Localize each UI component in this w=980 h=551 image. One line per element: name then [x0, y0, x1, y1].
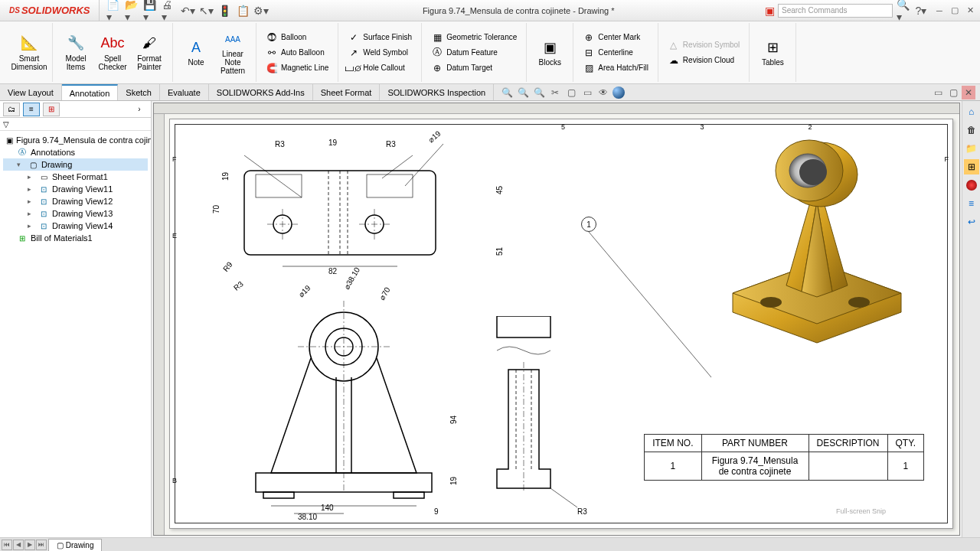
magnetic-line-button[interactable]: 🧲Magnetic Line	[264, 61, 330, 75]
dim-r3b[interactable]: R3	[386, 140, 396, 148]
tree-tab-config[interactable]: ⊞	[43, 103, 60, 116]
doc-min-icon[interactable]: ▭	[931, 86, 945, 99]
settings-button[interactable]: ⚙▾	[253, 2, 270, 19]
dim-phi19b[interactable]: ⌀19	[297, 284, 312, 299]
smart-dimension-button[interactable]: 📐Smart Dimension	[11, 33, 47, 73]
balloon-button[interactable]: ⓵Balloon	[264, 31, 330, 44]
help-button[interactable]: ?▾	[913, 2, 929, 19]
dim-51[interactable]: 51	[495, 247, 504, 256]
undo-button[interactable]: ↶▾	[179, 2, 196, 19]
tree-view13[interactable]: ▸⊡Drawing View13	[3, 207, 148, 220]
filter-icon[interactable]: ▽	[3, 120, 9, 129]
spell-checker-button[interactable]: AbcSpell Checker	[94, 33, 131, 73]
zoom-fit-icon[interactable]: 🔍	[500, 86, 514, 99]
sheet-tab-drawing[interactable]: ▢ Drawing	[48, 539, 102, 551]
drawing-canvas[interactable]: 5 3 2 F E B F	[153, 103, 960, 536]
tree-expand-icon[interactable]: ›	[131, 103, 148, 116]
dim-r3[interactable]: R3	[275, 140, 285, 148]
custom-props-icon[interactable]: ≡	[964, 196, 979, 211]
dim-9[interactable]: 9	[434, 507, 439, 516]
minimize-button[interactable]: ─	[933, 5, 946, 17]
dim-v19[interactable]: 19	[221, 172, 230, 181]
datum-feature-button[interactable]: ⒶDatum Feature	[430, 46, 518, 60]
bom-cell-qty[interactable]: 1	[887, 452, 923, 481]
print-button[interactable]: 🖨▾	[161, 2, 178, 19]
geo-tolerance-button[interactable]: ▦Geometric Tolerance	[430, 31, 518, 44]
blocks-button[interactable]: ▣Blocks	[531, 37, 568, 68]
top-view[interactable]	[206, 132, 482, 285]
search-icon[interactable]: 🔍▾	[896, 2, 913, 19]
bill-of-materials-table[interactable]: ITEM NO. PART NUMBER DESCRIPTION QTY. 1 …	[644, 434, 924, 481]
centerline-button[interactable]: ⊟Centerline	[581, 46, 650, 60]
tab-sheet-format[interactable]: Sheet Format	[313, 84, 381, 100]
format-painter-button[interactable]: 🖌Format Painter	[131, 33, 168, 73]
expand-icon[interactable]: ▸	[28, 210, 35, 217]
note-button[interactable]: ANote	[178, 37, 214, 68]
view-palette-icon[interactable]: ⊞	[964, 159, 979, 174]
expand-icon[interactable]: ▸	[28, 185, 35, 193]
maximize-button[interactable]: ▢	[948, 5, 962, 17]
view-settings-icon[interactable]: 👁	[596, 86, 610, 99]
zoom-area-icon[interactable]: 🔍	[516, 86, 530, 99]
model-items-button[interactable]: 🔧Model Items	[57, 33, 94, 73]
next-sheet-icon[interactable]: ▶	[24, 540, 35, 550]
doc-max-icon[interactable]: ▢	[946, 86, 960, 99]
auto-balloon-button[interactable]: ⚯Auto Balloon	[264, 46, 330, 60]
isometric-3d-view[interactable]	[717, 132, 916, 347]
tab-sketch[interactable]: Sketch	[118, 84, 160, 100]
tree-tab-property[interactable]: ≡	[23, 103, 40, 116]
dim-94[interactable]: 94	[449, 416, 458, 424]
feature-tree[interactable]: ▣Figura 9.74_Mensula de contra cojin ⒶAn…	[0, 131, 151, 247]
linear-note-button[interactable]: AAALinear Note Pattern	[214, 28, 251, 77]
expand-icon[interactable]: ▸	[28, 173, 35, 181]
tables-button[interactable]: ⊞Tables	[754, 37, 791, 68]
options-button[interactable]: 📋	[234, 2, 251, 19]
drawing-sheet[interactable]: 5 3 2 F E B F	[169, 119, 953, 529]
bom-header-desc[interactable]: DESCRIPTION	[808, 435, 887, 452]
tree-view14[interactable]: ▸⊡Drawing View14	[3, 220, 148, 232]
bom-cell-item[interactable]: 1	[645, 452, 701, 481]
tree-tab-feature[interactable]: 🗂	[3, 103, 20, 116]
library-icon[interactable]: 📁	[964, 141, 979, 156]
bom-header-item[interactable]: ITEM NO.	[645, 435, 701, 452]
tab-addins[interactable]: SOLIDWORKS Add-Ins	[209, 84, 313, 100]
expand-icon[interactable]: ▸	[28, 222, 35, 230]
tree-view11[interactable]: ▸⊡Drawing View11	[3, 183, 148, 195]
tab-inspection[interactable]: SOLIDWORKS Inspection	[380, 84, 494, 100]
forum-icon[interactable]: ↩	[964, 214, 979, 230]
doc-close-icon[interactable]: ✕	[962, 86, 975, 99]
bom-cell-desc[interactable]	[808, 452, 887, 481]
dim-r3d[interactable]: R3	[577, 507, 587, 516]
dim-38b[interactable]: 38.10	[298, 513, 317, 521]
open-button[interactable]: 📂▾	[124, 2, 141, 19]
save-button[interactable]: 💾▾	[142, 2, 159, 19]
dim-19[interactable]: 19	[328, 139, 337, 147]
dim-19b[interactable]: 19	[449, 477, 458, 485]
bom-cell-part[interactable]: Figura 9.74_Mensula de contra cojinete	[701, 452, 808, 481]
dim-70[interactable]: 70	[212, 205, 220, 214]
tree-drawing[interactable]: ▾▢Drawing	[3, 158, 148, 171]
display-style-icon[interactable]: ▢	[564, 86, 578, 99]
bom-header-qty[interactable]: QTY.	[887, 435, 923, 452]
select-button[interactable]: ↖▾	[198, 2, 214, 19]
home-icon[interactable]: ⌂	[964, 104, 979, 119]
dim-phi70[interactable]: ⌀70	[378, 285, 392, 301]
tab-annotation[interactable]: Annotation	[62, 84, 119, 100]
front-view[interactable]	[221, 301, 451, 515]
search-commands-input[interactable]: Search Commands	[778, 4, 893, 18]
hole-callout-button[interactable]: ⌴⌀Hole Callout	[346, 61, 413, 75]
appearances-icon[interactable]	[964, 178, 979, 193]
section-view-icon[interactable]: ✂	[548, 86, 562, 99]
resources-icon[interactable]: 🗑	[964, 122, 979, 138]
area-hatch-button[interactable]: ▨Area Hatch/Fill	[581, 61, 650, 75]
last-sheet-icon[interactable]: ⏭	[36, 540, 47, 550]
rebuild-button[interactable]: 🚦	[216, 2, 233, 19]
tree-bom[interactable]: ⊞Bill of Materials1	[3, 232, 148, 244]
expand-icon[interactable]: ▸	[28, 197, 35, 205]
first-sheet-icon[interactable]: ⏮	[2, 540, 12, 550]
tab-evaluate[interactable]: Evaluate	[160, 84, 209, 100]
weld-symbol-button[interactable]: ↗Weld Symbol	[346, 46, 413, 60]
collapse-icon[interactable]: ▾	[17, 161, 24, 168]
prev-sheet-icon[interactable]: ◀	[13, 540, 24, 550]
tree-view12[interactable]: ▸⊡Drawing View12	[3, 195, 148, 207]
